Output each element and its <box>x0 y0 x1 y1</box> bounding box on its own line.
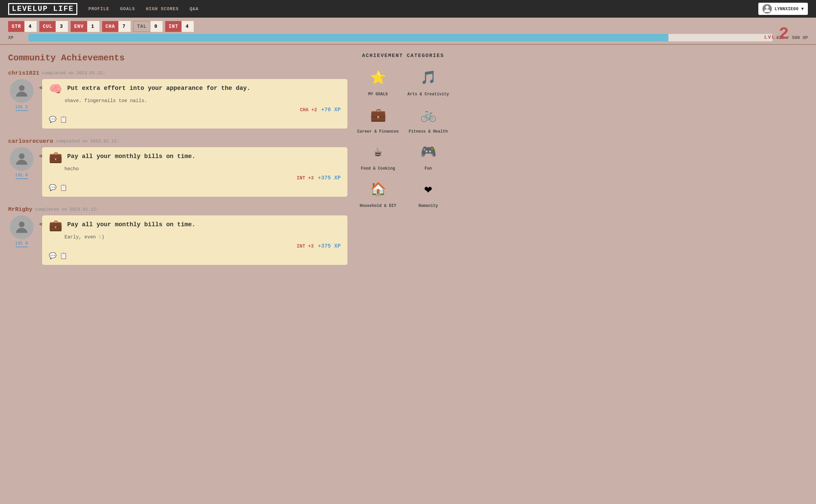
achievement-icon: 💼 <box>49 221 62 232</box>
comment-icon[interactable]: 💬 <box>49 184 56 191</box>
avatar <box>762 4 772 14</box>
tal-value: 0 <box>150 21 163 32</box>
achievement-title: Pay all your monthly bills on time. <box>67 153 195 160</box>
achievement-completed-text: completed on 2023.01.12: <box>42 71 106 76</box>
category-label: Fun <box>424 166 432 172</box>
achievement-body: LVL 9 ◀ 💼 Pay all your monthly bills on … <box>8 215 347 265</box>
reward-stat: INT +3 <box>297 244 314 249</box>
achievement-title: Put extra effort into your appearance fo… <box>67 84 250 92</box>
achievement-card: 💼 Pay all your monthly bills on time. he… <box>42 147 347 197</box>
category-item-food-cooking[interactable]: ☕ Food & Cooking <box>356 140 400 172</box>
achievement-icon: 💼 <box>49 153 62 163</box>
xp-row: XP 430 / 500 XP <box>8 34 808 41</box>
svg-point-1 <box>19 85 25 91</box>
category-icon: ❤️ <box>416 177 440 201</box>
feed-column: Community Achievements chris1821 complet… <box>8 53 347 274</box>
site-logo[interactable]: LEVELUP LIFE <box>8 3 77 15</box>
nav-link-highscores[interactable]: HIGH SCORES <box>146 6 179 12</box>
achievement-user-row: MrRigby completed on 2023.01.12: <box>8 206 347 213</box>
achievement-card: 🧠 Put extra effort into your appearance … <box>42 79 347 129</box>
avatar-col: LVL 4 <box>8 147 35 179</box>
category-label: Household & DIY <box>360 203 396 209</box>
user-level: LVL 1 <box>16 105 28 111</box>
category-label: Career & Finances <box>357 129 399 135</box>
achievement-user-row: carlosrecuero completed on 2023.01.12: <box>8 138 347 144</box>
cul-value: 3 <box>56 21 68 32</box>
achievement-actions: 💬 📋 <box>49 252 341 259</box>
env-value: 1 <box>87 21 99 32</box>
reward-xp: +375 XP <box>318 243 341 249</box>
category-icon: ⭐ <box>366 65 390 90</box>
level-display: LVL 2 <box>764 24 789 44</box>
category-item-arts-creativity[interactable]: 🎵 Arts & Creativity <box>406 65 451 97</box>
achievement-card: 💼 Pay all your monthly bills on time. Ea… <box>42 215 347 265</box>
main-content: Community Achievements chris1821 complet… <box>0 45 816 283</box>
user-menu[interactable]: LYNNXIE00 ▼ <box>758 3 808 15</box>
cha-label: CHA <box>102 21 118 32</box>
stat-tal: TAL 0 <box>133 21 163 32</box>
category-label: MY GOALS <box>368 92 388 97</box>
tal-label: TAL <box>133 21 150 32</box>
cha-value: 7 <box>118 21 131 32</box>
achievement-actions: 💬 📋 <box>49 184 341 191</box>
category-icon: 🎵 <box>416 65 440 90</box>
nav-link-qa[interactable]: Q&A <box>190 6 198 12</box>
nav-link-profile[interactable]: PROFILE <box>88 6 109 12</box>
page-title: Community Achievements <box>8 53 347 63</box>
achievements-list: chris1821 completed on 2023.01.12: LVL 1… <box>8 70 347 265</box>
achievement-note: Early, even :) <box>49 234 341 240</box>
category-label: Fitness & Health <box>409 129 448 135</box>
achievement-username[interactable]: MrRigby <box>8 206 32 213</box>
svg-point-0 <box>765 6 768 9</box>
stats-row: STR 4 CUL 3 ENV 1 CHA 7 TAL 0 INT 4 <box>8 21 808 32</box>
achievement-entry: chris1821 completed on 2023.01.12: LVL 1… <box>8 70 347 129</box>
svg-point-3 <box>19 221 25 227</box>
category-item-fun[interactable]: 🎮 Fun <box>406 140 451 172</box>
int-label: INT <box>165 21 182 32</box>
achievement-entry: MrRigby completed on 2023.01.12: LVL 9 ◀… <box>8 206 347 265</box>
username-display: LYNNXIE00 <box>775 6 798 12</box>
category-item-fitness-health[interactable]: 🚲 Fitness & Health <box>406 103 451 135</box>
avatar <box>10 215 34 239</box>
comment-icon[interactable]: 💬 <box>49 252 56 259</box>
env-label: ENV <box>71 21 87 32</box>
achievement-note: hecho <box>49 166 341 172</box>
achievement-body: LVL 1 ◀ 🧠 Put extra effort into your app… <box>8 79 347 129</box>
achievement-rewards: CHA +2 +70 XP <box>49 107 341 113</box>
sidebar-column: ACHIEVEMENT CATEGORIES ⭐ MY GOALS 🎵 Arts… <box>356 53 451 274</box>
category-label: Arts & Creativity <box>407 92 449 97</box>
category-icon: 🚲 <box>416 103 440 127</box>
achievement-body: LVL 4 ◀ 💼 Pay all your monthly bills on … <box>8 147 347 197</box>
avatar <box>10 147 34 171</box>
category-item-humanity[interactable]: ❤️ Humanity <box>406 177 451 209</box>
reward-xp: +70 XP <box>321 107 341 113</box>
category-item-my-goals[interactable]: ⭐ MY GOALS <box>356 65 400 97</box>
user-level: LVL 9 <box>16 241 28 247</box>
lvl-number: 2 <box>779 24 789 44</box>
stat-int: INT 4 <box>165 21 194 32</box>
str-value: 4 <box>24 21 37 32</box>
achievement-title: Pay all your monthly bills on time. <box>67 221 195 229</box>
category-icon: 🎮 <box>416 140 440 164</box>
bookmark-icon[interactable]: 📋 <box>60 184 67 191</box>
category-icon: ☕ <box>366 140 390 164</box>
navbar: LEVELUP LIFE PROFILE GOALS HIGH SCORES Q… <box>0 0 816 18</box>
achievement-card-header: 🧠 Put extra effort into your appearance … <box>49 84 341 95</box>
achievement-username[interactable]: carlosrecuero <box>8 138 53 144</box>
stat-cha: CHA 7 <box>102 21 131 32</box>
nav-link-goals[interactable]: GOALS <box>120 6 135 12</box>
reward-xp: +375 XP <box>318 175 341 181</box>
lvl-label-text: LVL <box>764 35 775 40</box>
cul-label: CUL <box>39 21 56 32</box>
comment-icon[interactable]: 💬 <box>49 116 56 123</box>
reward-stat: CHA +2 <box>300 107 317 113</box>
avatar-col: LVL 1 <box>8 79 35 111</box>
achievement-username[interactable]: chris1821 <box>8 70 39 76</box>
nav-links: PROFILE GOALS HIGH SCORES Q&A <box>88 6 747 12</box>
bookmark-icon[interactable]: 📋 <box>60 252 67 259</box>
bookmark-icon[interactable]: 📋 <box>60 116 67 123</box>
category-item-career-finances[interactable]: 💼 Career & Finances <box>356 103 400 135</box>
achievement-rewards: INT +3 +375 XP <box>49 243 341 249</box>
dropdown-arrow: ▼ <box>801 6 804 12</box>
category-item-household-diy[interactable]: 🏠 Household & DIY <box>356 177 400 209</box>
